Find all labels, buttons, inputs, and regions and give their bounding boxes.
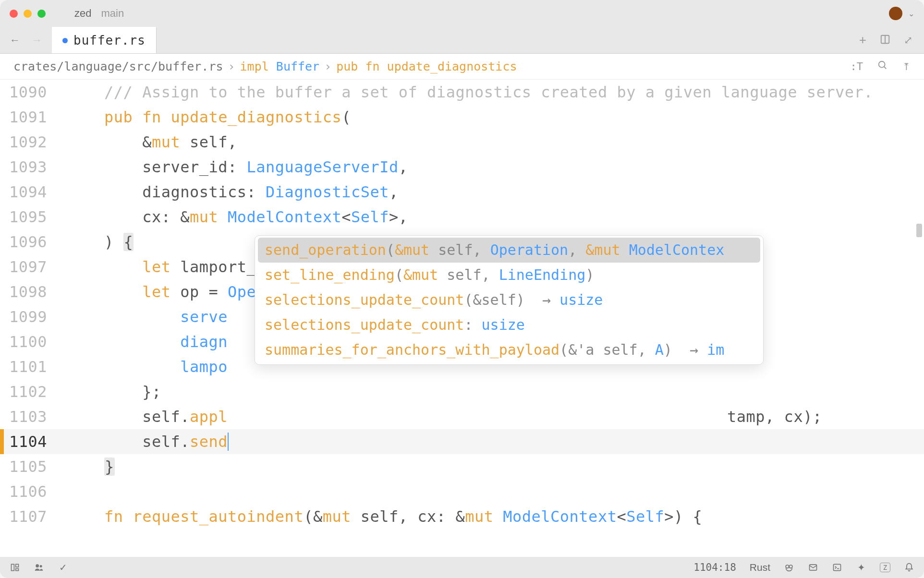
svg-point-8 (40, 565, 42, 567)
line-number: 1107 (4, 504, 66, 529)
line-number: 1102 (4, 379, 66, 404)
copilot-icon[interactable] (784, 562, 794, 573)
gutter-change-indicator (0, 229, 4, 254)
line-number: 1090 (4, 80, 66, 105)
app-name: zed (74, 7, 91, 20)
gutter-change-indicator (0, 454, 4, 479)
line-number: 1099 (4, 304, 66, 329)
gutter-change-indicator (0, 155, 4, 180)
code-line[interactable]: 1106 (0, 479, 924, 504)
breadcrumb-impl-kw[interactable]: impl (240, 60, 269, 73)
gutter-change-indicator (0, 205, 4, 229)
nav-forward-button[interactable]: → (32, 34, 42, 47)
code-line[interactable]: 1091 pub fn update_diagnostics( (0, 105, 924, 130)
autocomplete-item[interactable]: selections_update_count: usize (255, 313, 763, 337)
breadcrumb-fn-vis[interactable]: pub fn (336, 60, 379, 73)
line-number: 1096 (4, 229, 66, 254)
svg-line-3 (884, 67, 887, 69)
line-number: 1105 (4, 454, 66, 479)
close-window-button[interactable] (10, 10, 18, 18)
autocomplete-item[interactable]: summaries_for_anchors_with_payload(&'a s… (255, 337, 763, 362)
avatar[interactable] (889, 7, 902, 20)
breadcrumb-separator: › (228, 60, 235, 73)
line-number: 1101 (4, 354, 66, 379)
svg-point-10 (789, 565, 792, 568)
gutter-change-indicator (0, 180, 4, 205)
code-line[interactable]: 1103 self.appltamp, cx); (0, 404, 924, 429)
code-line[interactable]: 1092 &mut self, (0, 130, 924, 155)
checkmark-icon[interactable]: ✓ (58, 562, 68, 573)
gutter-change-indicator (0, 329, 4, 354)
collab-icon[interactable] (34, 562, 44, 573)
line-number: 1094 (4, 180, 66, 205)
split-pane-button[interactable] (880, 34, 890, 47)
search-icon[interactable] (877, 60, 888, 73)
scrollbar-thumb[interactable] (916, 224, 922, 237)
language-indicator[interactable]: Rust (750, 562, 770, 573)
code-line[interactable]: 1105 } (0, 454, 924, 479)
autocomplete-item[interactable]: selections_update_count(&self) → usize (255, 288, 763, 313)
line-number: 1103 (4, 404, 66, 429)
maximize-window-button[interactable] (37, 10, 46, 18)
gutter-change-indicator (0, 354, 4, 379)
tab-label: buffer.rs (73, 33, 146, 48)
line-number: 1106 (4, 479, 66, 504)
svg-point-9 (786, 565, 789, 568)
code-line[interactable]: 1107 fn request_autoindent(&mut self, cx… (0, 504, 924, 529)
gutter-change-indicator (0, 429, 4, 454)
editor[interactable]: 1090 /// Assign to the buffer a set of d… (0, 80, 924, 557)
expand-button[interactable]: ⤢ (904, 34, 912, 47)
line-number: 1100 (4, 329, 66, 354)
svg-rect-5 (16, 564, 19, 567)
svg-point-2 (879, 61, 885, 68)
svg-rect-6 (16, 569, 19, 571)
code-line[interactable]: 1095 cx: &mut ModelContext<Self>, (0, 205, 924, 229)
code-line[interactable]: 1093 server_id: LanguageServerId, (0, 155, 924, 180)
code-line[interactable]: 1094 diagnostics: DiagnosticSet, (0, 180, 924, 205)
autocomplete-item[interactable]: set_line_ending(&mut self, LineEnding) (255, 263, 763, 288)
breadcrumb-fn-name[interactable]: update_diagnostics (387, 60, 517, 73)
line-number: 1095 (4, 205, 66, 229)
panel-toggle-icon[interactable] (10, 562, 20, 573)
window-controls (10, 10, 46, 18)
gutter-change-indicator (0, 504, 4, 529)
terminal-icon[interactable] (832, 562, 842, 573)
line-number: 1092 (4, 130, 66, 155)
inlay-hints-button[interactable]: :T (851, 60, 863, 72)
line-number: 1104 (4, 429, 66, 454)
new-tab-button[interactable]: + (859, 33, 866, 48)
gutter-change-indicator (0, 130, 4, 155)
line-number: 1093 (4, 155, 66, 180)
tab-buffer-rs[interactable]: buffer.rs (52, 27, 157, 53)
code-line[interactable]: 1102 }; (0, 379, 924, 404)
statusbar: ✓ 1104:18 Rust ✦ Z (0, 557, 924, 578)
git-branch[interactable]: main (101, 7, 124, 20)
titlebar: zed main ⌄ (0, 0, 924, 27)
code-line[interactable]: 1090 /// Assign to the buffer a set of d… (0, 80, 924, 105)
modified-indicator-icon (62, 38, 68, 43)
code-line[interactable]: 1104 self.send (0, 429, 924, 454)
gutter-change-indicator (0, 379, 4, 404)
breadcrumb-separator: › (324, 60, 331, 73)
line-number: 1098 (4, 279, 66, 304)
breadcrumb-impl-type[interactable]: Buffer (276, 60, 319, 73)
cursor-position[interactable]: 1104:18 (693, 562, 736, 573)
sparkle-icon[interactable]: ✦ (856, 562, 866, 573)
gutter-change-indicator (0, 279, 4, 304)
autocomplete-popup[interactable]: send_operation(&mut self, Operation, &mu… (255, 235, 764, 365)
zed-icon[interactable]: Z (880, 563, 890, 572)
autocomplete-item[interactable]: send_operation(&mut self, Operation, &mu… (258, 238, 760, 263)
gutter-change-indicator (0, 80, 4, 105)
notifications-icon[interactable] (904, 562, 914, 573)
minimize-window-button[interactable] (24, 10, 32, 18)
breadcrumb-path[interactable]: crates/language/src/buffer.rs (13, 60, 223, 73)
cursor-top-icon[interactable]: ⤒ (902, 61, 911, 72)
tab-bar: ← → buffer.rs + ⤢ (0, 27, 924, 54)
gutter-change-indicator (0, 254, 4, 279)
gutter-change-indicator (0, 404, 4, 429)
feedback-icon[interactable] (808, 562, 818, 573)
svg-point-7 (36, 564, 39, 567)
nav-back-button[interactable]: ← (10, 34, 20, 47)
chevron-down-icon[interactable]: ⌄ (908, 9, 914, 18)
breadcrumb: crates/language/src/buffer.rs › impl Buf… (0, 54, 924, 80)
